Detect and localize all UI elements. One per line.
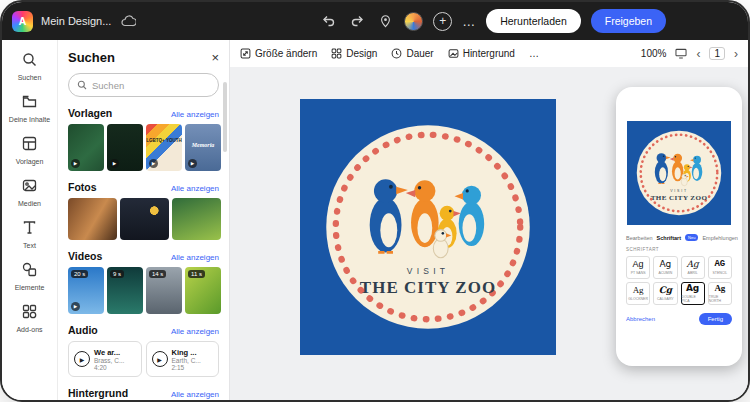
photo-thumb[interactable]	[172, 198, 221, 240]
search-input[interactable]	[92, 80, 210, 91]
audio-duration: 2:15	[172, 364, 201, 371]
search-panel: Suchen × Vorlagen Alle anzeigen ▶ ▶ LGBT…	[58, 40, 230, 400]
background-label: Hintergrund	[463, 48, 515, 59]
audio-card[interactable]: ▶ We ar... Brass, C... 4:20	[68, 341, 142, 377]
adobe-express-logo[interactable]: A	[12, 11, 33, 32]
tab-schriftart[interactable]: Schriftart	[657, 235, 681, 241]
duration-badge: 14 s	[149, 270, 166, 278]
topbar-actions: + … Herunterladen Freigeben	[320, 9, 738, 33]
design-label: Design	[346, 48, 377, 59]
rail-item-vorlagen[interactable]: Vorlagen	[4, 132, 56, 172]
rail-label: Elemente	[5, 284, 55, 292]
photo-thumb[interactable]	[120, 198, 169, 240]
phone-design-canvas[interactable]	[627, 121, 731, 225]
font-option[interactable]: CgCALGARY	[653, 282, 677, 305]
video-thumb[interactable]: 14 s	[146, 267, 182, 314]
font-option[interactable]: AgTRUE NORTH	[708, 282, 732, 305]
template-thumb[interactable]: ▶	[107, 124, 143, 171]
section-title-vorlagen: Vorlagen	[68, 107, 112, 119]
template-thumb[interactable]: ▶	[68, 124, 104, 171]
video-thumb[interactable]: 9 s	[107, 267, 143, 314]
rail-label: Medien	[5, 200, 55, 208]
app-body: Suchen Deine Inhalte Vorlagen Medien Tex…	[2, 40, 748, 400]
next-page-icon[interactable]: ›	[734, 47, 738, 61]
see-all-hintergrund-link[interactable]: Alle anzeigen	[171, 390, 219, 399]
add-icon[interactable]: +	[433, 12, 452, 31]
duration-button[interactable]: Dauer	[391, 48, 433, 59]
font-option[interactable]: AgABRIL	[681, 256, 705, 279]
resize-button[interactable]: Größe ändern	[240, 48, 317, 59]
font-option[interactable]: AgGLOCKNER	[626, 282, 650, 305]
rail-label: Add-ons	[5, 326, 55, 334]
addons-icon	[22, 304, 37, 323]
user-avatar[interactable]	[404, 12, 423, 31]
canvas-toolbar: Größe ändern Design Dauer Hintergrund … …	[230, 40, 748, 67]
font-option-selected[interactable]: AgDOUBLE PICA	[681, 282, 705, 305]
elements-icon	[22, 262, 37, 281]
zoom-level[interactable]: 100%	[641, 48, 667, 59]
cancel-button[interactable]: Abbrechen	[626, 316, 655, 322]
zoo-logo[interactable]	[322, 121, 534, 333]
fullscreen-icon[interactable]	[675, 45, 687, 63]
video-thumb[interactable]: 20 s▶	[68, 267, 104, 314]
font-option[interactable]: AGSTENCIL	[708, 256, 732, 279]
phone-sheet-footer: Abbrechen Fertig	[626, 313, 732, 325]
font-option[interactable]: AgACUMIN	[653, 256, 677, 279]
document-title[interactable]: Mein Design...	[41, 15, 111, 27]
more-options-icon[interactable]: …	[462, 14, 476, 29]
page-number: 1	[709, 47, 725, 60]
search-box[interactable]	[68, 73, 219, 97]
redo-icon[interactable]	[348, 12, 366, 30]
canvas-controls: 100% ‹ 1 ›	[641, 45, 738, 63]
audio-subtitle: Brass, C...	[94, 357, 124, 364]
template-thumb[interactable]: LGBTQ+ YOUTH▶	[146, 124, 182, 171]
section-title-fotos: Fotos	[68, 181, 97, 193]
editor-main: Größe ändern Design Dauer Hintergrund … …	[230, 40, 748, 400]
pin-icon[interactable]	[376, 12, 394, 30]
rail-label: Text	[5, 242, 55, 250]
font-section-label: SCHRIFTART	[626, 247, 732, 252]
more-glyph: …	[462, 14, 476, 29]
font-option[interactable]: AgPT SANS	[626, 256, 650, 279]
font-grid: AgPT SANS AgACUMIN AgABRIL AGSTENCIL AgG…	[626, 256, 732, 305]
photo-thumb[interactable]	[68, 198, 117, 240]
section-title-audio: Audio	[68, 324, 98, 336]
audio-duration: 4:20	[94, 364, 124, 371]
rail-item-addons[interactable]: Add-ons	[4, 300, 56, 340]
see-all-vorlagen-link[interactable]: Alle anzeigen	[171, 110, 219, 119]
panel-scrollbar[interactable]	[223, 82, 227, 152]
duration-badge: 9 s	[110, 270, 124, 278]
prev-page-icon[interactable]: ‹	[696, 47, 700, 61]
rail-item-deine-inhalte[interactable]: Deine Inhalte	[4, 90, 56, 130]
rail-item-text[interactable]: Text	[4, 216, 56, 256]
see-all-fotos-link[interactable]: Alle anzeigen	[171, 184, 219, 193]
resize-label: Größe ändern	[255, 48, 317, 59]
play-icon: ▶	[110, 159, 119, 168]
tab-empfehlungen[interactable]: Empfehlungen	[702, 235, 737, 241]
rail-item-suchen[interactable]: Suchen	[4, 48, 56, 88]
play-icon[interactable]: ▶	[74, 351, 90, 367]
download-button[interactable]: Herunterladen	[486, 9, 581, 33]
done-button[interactable]: Fertig	[699, 313, 732, 325]
undo-icon[interactable]	[320, 12, 338, 30]
new-badge: Neu	[685, 234, 698, 241]
tab-bearbeiten[interactable]: Bearbeiten	[626, 235, 653, 241]
design-canvas[interactable]	[300, 99, 556, 355]
see-all-audio-link[interactable]: Alle anzeigen	[171, 327, 219, 336]
see-all-videos-link[interactable]: Alle anzeigen	[171, 253, 219, 262]
share-button[interactable]: Freigeben	[591, 9, 666, 33]
play-icon: ▶	[71, 159, 80, 168]
audio-card[interactable]: ▶ King ... Earth, C... 2:15	[146, 341, 220, 377]
rail-item-medien[interactable]: Medien	[4, 174, 56, 214]
toolbar-more-icon[interactable]: …	[529, 48, 539, 59]
app-window: A Mein Design... + … Herunterladen Freig…	[0, 0, 750, 402]
play-icon[interactable]: ▶	[152, 351, 168, 367]
design-button[interactable]: Design	[331, 48, 377, 59]
vorlagen-thumbs: ▶ ▶ LGBTQ+ YOUTH▶ Memoria▶	[68, 124, 219, 171]
video-thumb[interactable]: 11 s	[185, 267, 221, 314]
background-button[interactable]: Hintergrund	[448, 48, 515, 59]
rail-label: Deine Inhalte	[5, 116, 55, 124]
rail-item-elemente[interactable]: Elemente	[4, 258, 56, 298]
template-thumb[interactable]: Memoria▶	[185, 124, 221, 171]
close-icon[interactable]: ×	[211, 50, 219, 65]
